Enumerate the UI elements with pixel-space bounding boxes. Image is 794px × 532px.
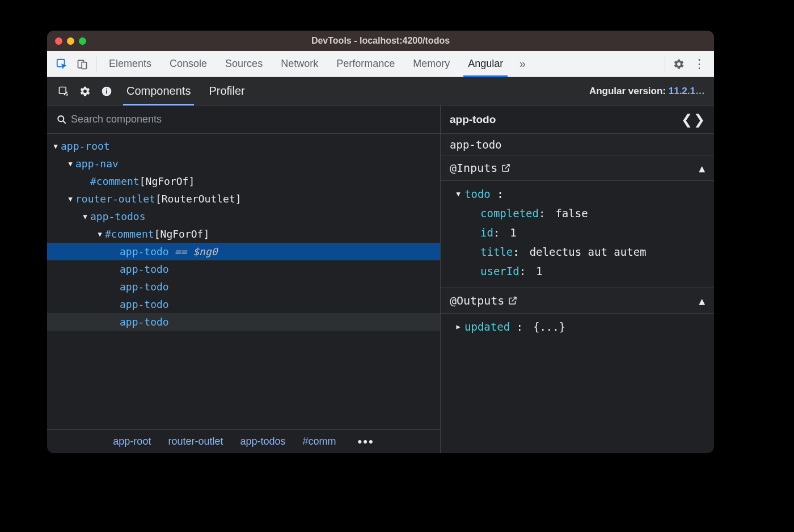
close-window-button[interactable] — [55, 37, 62, 45]
console-ref: == $ng0 — [175, 246, 218, 257]
more-tabs-icon[interactable]: » — [512, 54, 533, 74]
prop-value: delectus aut autem — [530, 246, 647, 258]
device-toggle-icon[interactable] — [72, 54, 92, 74]
tree-node-label: #comment — [90, 175, 140, 187]
prop-value: false — [555, 207, 588, 219]
tree-node-label: #comment — [105, 228, 154, 240]
tree-row[interactable]: app-todo — [47, 278, 440, 295]
angular-subnav: Components Profiler Angular version: 11.… — [47, 77, 714, 105]
collapse-icon[interactable]: ▲ — [699, 162, 705, 174]
subtab-profiler[interactable]: Profiler — [200, 77, 254, 105]
search-bar — [47, 105, 440, 134]
kebab-menu-icon[interactable]: ⋮ — [689, 54, 709, 74]
tree-row[interactable]: app-todo== $ng0 — [47, 243, 440, 260]
crumb[interactable]: #comm — [303, 436, 336, 447]
angular-version-value: 11.2.1… — [669, 86, 705, 96]
breadcrumb-more-icon[interactable]: ••• — [358, 434, 374, 449]
tree-node-label: app-todo — [120, 246, 169, 257]
svg-rect-6 — [106, 88, 107, 90]
tab-memory[interactable]: Memory — [404, 51, 459, 77]
svg-line-8 — [63, 121, 66, 124]
tree-node-label: app-root — [61, 140, 110, 152]
tree-node-label: app-todo — [120, 281, 169, 293]
prop-value: {...} — [533, 320, 565, 333]
collapse-icon[interactable]: ▲ — [699, 295, 705, 307]
devtools-tabbar: Elements Console Sources Network Perform… — [47, 51, 714, 77]
view-source-prev-icon[interactable]: ❮ — [681, 112, 692, 128]
tab-sources[interactable]: Sources — [216, 51, 272, 77]
prop-key: title — [480, 246, 513, 258]
tree-row[interactable]: ▼app-nav — [47, 155, 440, 172]
svg-rect-3 — [60, 87, 66, 94]
colon: : — [539, 207, 545, 219]
subtab-components[interactable]: Components — [117, 77, 200, 105]
crumb[interactable]: app-todos — [240, 436, 285, 447]
minimize-window-button[interactable] — [67, 37, 74, 45]
search-icon — [53, 114, 71, 125]
prop-row[interactable]: completed:false — [441, 204, 714, 223]
tree-row[interactable]: ▼router-outlet[RouterOutlet] — [47, 190, 440, 208]
zoom-window-button[interactable] — [79, 37, 86, 45]
devtools-window: DevTools - localhost:4200/todos Elements… — [47, 31, 714, 453]
settings-icon[interactable] — [669, 54, 689, 74]
tree-row[interactable]: app-todo — [47, 295, 440, 313]
tree-node-label: app-todo — [120, 263, 169, 275]
prop-key: completed — [480, 207, 539, 219]
tree-row[interactable]: app-todo — [47, 313, 440, 331]
tab-console[interactable]: Console — [161, 51, 216, 77]
tree-node-label: app-nav — [75, 158, 119, 170]
tree-node-label: app-todos — [90, 210, 146, 222]
tab-performance[interactable]: Performance — [327, 51, 404, 77]
open-in-new-icon[interactable] — [508, 295, 518, 306]
tab-elements[interactable]: Elements — [100, 51, 161, 77]
tree-row[interactable]: ▼app-root — [47, 137, 440, 155]
tree-node-label: router-outlet — [75, 193, 155, 205]
breadcrumb: app-root router-outlet app-todos #comm •… — [47, 429, 440, 453]
devtools-settings-icon[interactable] — [74, 81, 96, 102]
tree-row[interactable]: ▼#comment[NgForOf] — [47, 225, 440, 243]
pick-component-icon[interactable] — [53, 81, 74, 102]
search-input[interactable] — [71, 113, 434, 125]
separator — [96, 57, 96, 71]
view-source-next-icon[interactable]: ❯ — [694, 112, 705, 128]
chevron-right-icon: ▶ — [452, 323, 464, 331]
tree-row[interactable]: app-todo — [47, 260, 440, 278]
colon: : — [493, 226, 500, 239]
directive-bracket: [NgForOf] — [154, 228, 210, 240]
titlebar: DevTools - localhost:4200/todos — [47, 31, 714, 51]
chevron-down-icon: ▼ — [52, 142, 60, 150]
prop-row[interactable]: ▼ todo : — [441, 184, 714, 204]
component-tree[interactable]: ▼app-root▼app-nav#comment[NgForOf]▼route… — [47, 134, 440, 429]
open-in-new-icon[interactable] — [501, 163, 511, 173]
inputs-props: ▼ todo : completed:falseid:1title:delect… — [441, 181, 714, 288]
svg-rect-5 — [106, 90, 107, 94]
prop-key: userId — [480, 265, 520, 277]
crumb[interactable]: app-root — [113, 436, 151, 447]
inspect-element-icon[interactable] — [52, 54, 72, 74]
angular-version-label: Angular version: — [589, 86, 669, 96]
tree-row[interactable]: ▼app-todos — [47, 208, 440, 225]
crumb[interactable]: router-outlet — [168, 436, 223, 447]
outputs-section-header[interactable]: @Outputs ▲ — [441, 288, 714, 314]
prop-key: id — [480, 226, 493, 239]
prop-key: todo — [464, 188, 491, 200]
prop-row[interactable]: ▶ updated : {...} — [441, 317, 714, 336]
chevron-down-icon: ▼ — [452, 190, 464, 198]
prop-row[interactable]: userId:1 — [441, 261, 714, 281]
angular-version: Angular version: 11.2.1… — [589, 86, 708, 97]
tab-angular[interactable]: Angular — [459, 51, 512, 77]
outputs-title: @Outputs — [450, 294, 504, 307]
info-icon[interactable] — [96, 81, 117, 102]
inputs-section-header[interactable]: @Inputs ▲ — [441, 155, 714, 181]
selected-component-name: app-todo — [450, 113, 496, 126]
directive-bracket: [RouterOutlet] — [155, 193, 242, 205]
component-details-panel: app-todo ❮ ❯ app-todo @Inputs ▲ ▼ — [441, 105, 714, 453]
chevron-down-icon: ▼ — [66, 160, 74, 168]
tab-network[interactable]: Network — [272, 51, 327, 77]
tree-node-label: app-todo — [120, 298, 169, 310]
prop-row[interactable]: title:delectus aut autem — [441, 242, 714, 261]
prop-row[interactable]: id:1 — [441, 223, 714, 242]
separator — [665, 57, 665, 71]
chevron-down-icon: ▼ — [96, 230, 104, 238]
tree-row[interactable]: #comment[NgForOf] — [47, 172, 440, 190]
